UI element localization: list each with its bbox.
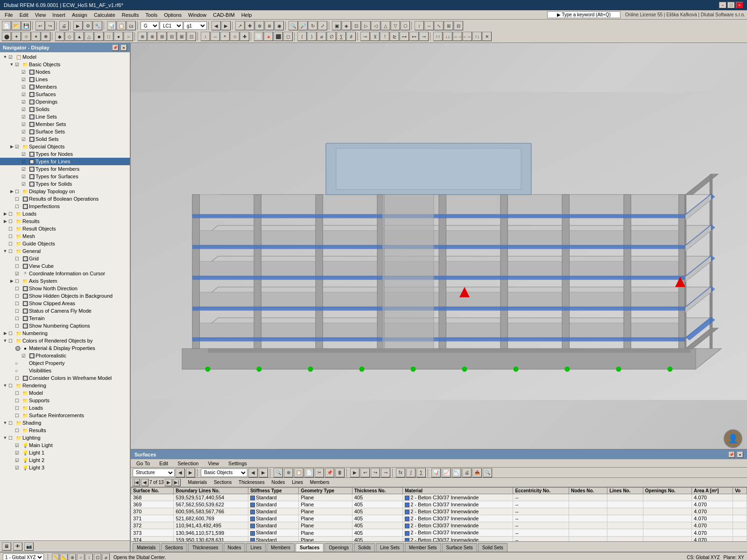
tab-thicknesses[interactable]: Thicknesses [236,479,268,485]
tree-item-model[interactable]: ▼ ☑ 📋 Model [0,53,130,61]
menu-window[interactable]: Window [185,12,209,18]
misc1[interactable]: ⟨ [297,32,307,41]
tab-nodes[interactable]: Nodes [224,543,246,552]
tree-item-boolean[interactable]: ☐ 🔲 Results of Boolean Operations [0,195,130,203]
menu-results[interactable]: Results [119,12,142,18]
misc2[interactable]: ⟩ [307,32,317,41]
surf-tool18[interactable]: 🖨 [462,468,472,477]
surf-tool15[interactable]: 📊 [431,468,441,477]
menu-calculate[interactable]: Calculate [91,12,118,18]
surf-tool9[interactable]: ↩ [360,468,370,477]
surf-menu-edit[interactable]: Edit [156,460,171,467]
nav-btn-screen[interactable]: 🖥 [2,542,11,551]
tree-item-nodes[interactable]: ☑ 🔲 Nodes [0,68,130,76]
sym3[interactable]: →→ [453,32,462,41]
more4[interactable]: ▽ [391,21,400,30]
tree-item-coord-info[interactable]: ☑ 🖱️ Coordinate Information on Cursor [0,270,130,277]
tree-item-types-lines[interactable]: ☑ 🔲 Types for Lines [0,158,130,165]
tree-item-lines[interactable]: ☑ 🔲 Lines [0,76,130,83]
nav-btn-eye[interactable]: 👁 [13,542,22,551]
minimize-button[interactable]: − [719,2,726,8]
tree-item-rendering[interactable]: ▼ ☐ 📁 Rendering [0,382,130,389]
check-icon[interactable]: ☑ [15,62,21,67]
tree-item-axis-system[interactable]: ▶ ☐ 📁 Axis System [0,277,130,285]
tree-item-hidden-bg[interactable]: ☐ 🔲 Show Hidden Objects in Background [0,292,130,300]
filter4[interactable]: ◻ [283,32,293,41]
surf-tool17[interactable]: 📉 [452,468,461,477]
status-icon5[interactable]: ↕ [85,553,93,560]
struct6[interactable]: ⊡ [187,32,196,41]
view3[interactable]: 🗂 [127,21,136,30]
tree-item-lighting[interactable]: ▼ ☐ 📁 Lighting [0,434,130,441]
tree-item-mesh[interactable]: ☐ 📁 Mesh [0,232,130,240]
surfaces-close-btn[interactable]: × [737,451,743,458]
tree-item-special[interactable]: ▶ ☑ 📁 Special Objects [0,143,130,150]
xform3[interactable]: ⤡ [434,21,444,30]
new-btn[interactable]: 📄 [2,21,11,30]
tab-line-sets[interactable]: Line Sets [376,543,404,552]
tree-item-solids[interactable]: ☑ 🔲 Solids [0,105,130,113]
menu-edit[interactable]: Edit [17,12,31,18]
misc6[interactable]: ∂ [346,32,356,41]
extra1[interactable]: ⊸ [360,32,370,41]
page-prev[interactable]: ◀ [141,479,148,486]
xform2[interactable]: ↔ [424,21,434,30]
tree-item-imperfections[interactable]: ☐ 🔲 Imperfections [0,203,130,210]
more3[interactable]: △ [381,21,390,30]
tree-item-types-nodes[interactable]: ☑ 🔲 Types for Nodes [0,150,130,158]
maximize-button[interactable]: □ [727,2,735,8]
node1[interactable]: ◆ [55,32,64,41]
view1[interactable]: 📊 [107,21,116,30]
tab-materials[interactable]: Materials [185,479,210,485]
menu-view[interactable]: View [32,12,49,18]
sym4[interactable]: ←← [463,32,472,41]
tree-item-grid[interactable]: ☐ 🔲 Grid [0,255,130,262]
tab-members[interactable]: Members [307,479,332,485]
extra6[interactable]: ⊷ [409,32,419,41]
draw1[interactable]: ⬤ [2,32,11,41]
tree-item-numbering[interactable]: ▶ ☐ 📁 Numbering [0,329,130,337]
view-front[interactable]: ▣ [332,21,341,30]
table-row[interactable]: 370 600,595,583,567,766 Standard Plane 4… [131,508,747,515]
tab-member-sets[interactable]: Member Sets [405,543,441,552]
search-box[interactable]: ▶ Type a keyword (Alt+Q) [547,11,620,18]
extra2[interactable]: ⊻ [370,32,380,41]
tab-lines[interactable]: Lines [246,543,266,552]
redo-btn[interactable]: ↪ [45,21,55,30]
status-icon6[interactable]: ⊡ [94,553,101,560]
tree-item-types-members[interactable]: ☑ 🔲 Types for Members [0,165,130,173]
filter1[interactable]: ⬜ [254,32,263,41]
tab-solids[interactable]: Solids [354,543,375,552]
structure-combo[interactable]: Structure [133,469,175,477]
coord-system-select[interactable]: 1 - Global XYZ [3,553,44,560]
menu-tools[interactable]: Tools [142,12,160,18]
status-icon4[interactable]: ○ [77,553,85,560]
tree-item-line-sets[interactable]: ☑ 🔲 Line Sets [0,113,130,120]
tab-members[interactable]: Members [267,543,295,552]
surfaces-pin-btn[interactable]: 📌 [728,451,735,458]
surf-menu-selection[interactable]: Selection [175,460,201,467]
lc-combo[interactable]: G [141,21,159,30]
tree-item-surface-reinf[interactable]: ☐ 📁 Surface Reinforcements [0,412,130,419]
snap3[interactable]: ✚ [240,32,249,41]
close-x[interactable]: ✕ [482,32,492,41]
tree-item-clipped[interactable]: ☐ 🔲 Show Clipped Areas [0,300,130,307]
surf-tool8[interactable]: ▶ [350,468,359,477]
surf-tool13[interactable]: ∫ [406,468,416,477]
page-last[interactable]: ▶| [173,479,181,486]
more2[interactable]: ◁ [371,21,381,30]
tree-item-surface-sets[interactable]: ☑ 🔲 Surface Sets [0,128,130,135]
tab-lines[interactable]: Lines [289,479,306,485]
extra5[interactable]: ⊶ [400,32,409,41]
tree-item-shading[interactable]: ▼ ☐ 📁 Shading [0,419,130,427]
tree-item-rend-model[interactable]: ☐ 📁 Model [0,389,130,397]
view-top[interactable]: ⊡ [352,21,361,30]
table-row[interactable]: 374 159,950,130,628,631 Standard Plane 4… [131,536,747,541]
dim1[interactable]: ↕ [201,32,210,41]
basic-objects-combo[interactable]: Basic Objects [201,469,247,477]
view-iso[interactable]: ◈ [342,21,351,30]
tree-item-numbering-captions[interactable]: ☐ 🔲 Show Numbering Captions [0,322,130,329]
tree-item-members[interactable]: ☑ 🔲 Members [0,83,130,91]
tree-item-light3[interactable]: ☑ 💡 Light 3 [0,464,130,471]
draw5[interactable]: ❋ [41,32,50,41]
